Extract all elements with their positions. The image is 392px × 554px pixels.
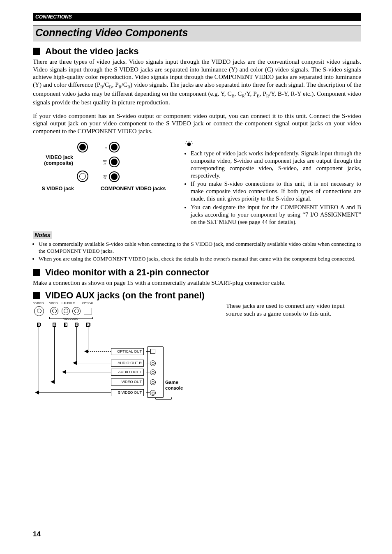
fp-video-label: VIDEO xyxy=(49,302,58,305)
svg-marker-7 xyxy=(73,361,77,365)
pin-s-label: S xyxy=(37,323,41,326)
square-bullet-icon xyxy=(33,269,40,276)
svideo-jack-label: S VIDEO jack xyxy=(33,186,74,192)
console-base xyxy=(155,397,172,400)
fp-optical-jack-icon xyxy=(84,308,92,314)
component-pb-label: PB/CB xyxy=(103,160,107,165)
arrow-left-icon xyxy=(35,390,39,395)
tip-item: Each type of video jack works independen… xyxy=(191,150,361,180)
section-header: CONNECTIONS xyxy=(33,13,361,21)
note-item: When you are using the COMPONENT VIDEO j… xyxy=(39,256,361,263)
illustration-front-panel: S VIDEO VIDEO L AUDIO R OPTICAL VIDEO AU… xyxy=(33,302,197,401)
component-pr-jack-icon xyxy=(109,171,120,182)
pin-o-label: O xyxy=(87,323,90,326)
tip-icon xyxy=(185,141,361,149)
svideo-jack-icon xyxy=(77,171,88,182)
heading-text: VIDEO AUX jacks (on the front panel) xyxy=(45,290,205,301)
square-bullet-icon xyxy=(33,48,40,55)
para-21pin: Make a connection as shown on page 15 wi… xyxy=(33,279,361,287)
optical-out-box: OPTICAL OUT xyxy=(111,348,144,355)
fp-optical-label: OPTICAL xyxy=(82,302,94,305)
arrow-left-icon xyxy=(51,380,55,384)
component-jacks-label: COMPONENT VIDEO jacks xyxy=(101,186,166,192)
pin-v-label: V xyxy=(53,323,56,326)
arrow-left-icon xyxy=(84,349,88,353)
audio-out-l-box: AUDIO OUT L xyxy=(111,369,144,376)
tip-item: You can designate the input for the COMP… xyxy=(191,203,361,226)
pin-r-label: R xyxy=(75,323,78,326)
fp-svideo-label: S VIDEO xyxy=(33,302,44,305)
svg-point-5 xyxy=(187,143,191,146)
heading-21pin: Video monitor with a 21-pin connector xyxy=(33,267,361,278)
notes-label: Notes xyxy=(33,231,52,240)
video-jack-icon xyxy=(77,142,88,152)
svg-line-3 xyxy=(186,141,187,142)
heading-video-aux: VIDEO AUX jacks (on the front panel) xyxy=(33,290,361,301)
arrow-left-icon xyxy=(73,361,77,365)
fp-video-jack-icon xyxy=(50,307,58,315)
fp-audio-r-jack-icon xyxy=(72,307,81,315)
svg-marker-6 xyxy=(84,349,88,353)
fp-svideo-jack-icon xyxy=(34,306,44,316)
fp-audio-l-jack-icon xyxy=(62,307,70,315)
heading-text: About the video jacks xyxy=(45,46,138,57)
component-pr-label: PR/CR xyxy=(103,175,107,180)
tips-list: Each type of video jack works independen… xyxy=(185,150,361,226)
note-item: Use a commercially available S-video cab… xyxy=(39,241,361,255)
arrow-left-icon xyxy=(62,370,66,374)
page-title-bar: Connecting Video Components xyxy=(33,25,361,42)
square-bullet-icon xyxy=(33,292,40,299)
svideo-out-box: S VIDEO OUT xyxy=(111,389,144,396)
video-jack-label: VIDEO jack (composite) xyxy=(36,155,73,166)
fp-videoaux-label: VIDEO AUX xyxy=(63,318,78,321)
video-out-box: VIDEO OUT xyxy=(111,379,144,385)
heading-about-video-jacks: About the video jacks xyxy=(33,46,361,57)
component-y-jack-icon xyxy=(109,142,120,152)
console-label: Game console xyxy=(165,379,197,391)
svg-marker-9 xyxy=(51,380,55,384)
page-number: 14 xyxy=(33,530,41,538)
svg-marker-10 xyxy=(35,390,39,395)
heading-text: Video monitor with a 21-pin connector xyxy=(45,267,209,278)
para-video-jacks-2: If your video component has an S-video o… xyxy=(33,112,361,136)
para-video-aux: These jacks are used to connect any vide… xyxy=(226,302,361,401)
svg-marker-8 xyxy=(62,370,66,374)
console-outline xyxy=(147,346,164,398)
para-video-jacks-1: There are three types of video jacks. Vi… xyxy=(33,58,361,106)
illustration-video-jacks: VIDEO jack (composite) S VIDEO jack Y PB… xyxy=(33,141,173,215)
notes-list: Use a commercially available S-video cab… xyxy=(33,241,361,263)
pin-l-label: L xyxy=(65,323,67,326)
audio-out-r-box: AUDIO OUT R xyxy=(111,360,144,367)
svg-line-4 xyxy=(191,141,192,142)
component-y-label: Y xyxy=(105,147,107,149)
tip-item: If you make S-video connections to this … xyxy=(191,180,361,202)
page-title: Connecting Video Components xyxy=(35,27,188,38)
component-pb-jack-icon xyxy=(109,157,120,167)
fp-audio-label: L AUDIO R xyxy=(62,302,75,305)
